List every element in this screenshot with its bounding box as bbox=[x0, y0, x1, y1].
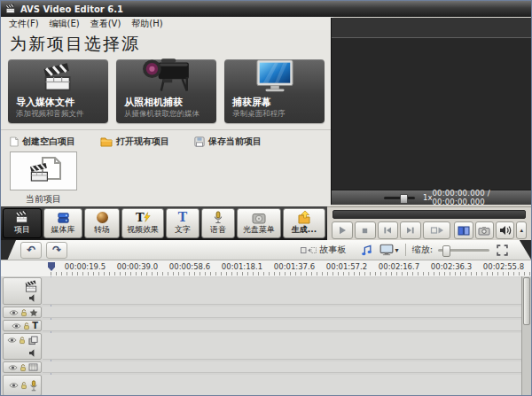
split-icon bbox=[458, 226, 470, 236]
menu-help[interactable]: 帮助(H) bbox=[126, 18, 168, 30]
title-bar[interactable]: AVS Video Editor 6.1 bbox=[1, 1, 531, 17]
source-subtitle: 录制桌面和程序 bbox=[232, 109, 286, 120]
time-display: 00:00:00.000 / 00:00:00.000 bbox=[432, 189, 527, 206]
current-project-label: 当前项目 bbox=[10, 193, 77, 206]
lane-text[interactable] bbox=[43, 320, 521, 331]
audio-mixer-button[interactable] bbox=[361, 245, 372, 256]
tab-text[interactable]: T 文字 bbox=[166, 208, 200, 238]
volume-button[interactable] bbox=[496, 221, 514, 239]
lane-voice[interactable] bbox=[43, 375, 521, 396]
previous-frame-button[interactable] bbox=[378, 221, 399, 239]
welcome-panel: 为新项目选择源 导入媒体文件 添加视频和音频文件 从照相机捕获 从摄像机获取您的… bbox=[1, 30, 331, 206]
ruler-timestamp: 00:01:57.2 bbox=[326, 262, 367, 271]
capture-from-camera-button[interactable]: 从照相机捕获 从摄像机获取您的媒体 bbox=[116, 59, 216, 123]
zoom-slider-thumb[interactable] bbox=[442, 245, 450, 257]
storyboard-icon bbox=[301, 246, 317, 254]
link-label: 创建空白项目 bbox=[22, 136, 75, 148]
tab-disc-menu[interactable]: 光盘菜单 bbox=[237, 208, 281, 238]
tab-voice[interactable]: 语音 bbox=[201, 208, 235, 238]
timeline-ruler[interactable]: 00:00:19.5 00:00:39.0 00:00:58.6 00:01:1… bbox=[1, 260, 531, 277]
microphone-track-icon bbox=[29, 380, 38, 392]
audio-track-icon bbox=[28, 294, 38, 302]
preview-screen bbox=[332, 38, 531, 190]
preview-monitor-button[interactable]: ▾ bbox=[379, 244, 399, 256]
open-project-link[interactable]: 打开现有项目 bbox=[100, 136, 169, 148]
stop-button[interactable] bbox=[355, 221, 376, 239]
import-media-button[interactable]: 导入媒体文件 添加视频和音频文件 bbox=[8, 59, 108, 123]
tab-video-effects[interactable]: T 视频效果 bbox=[121, 208, 164, 238]
lane-main-video[interactable] bbox=[43, 277, 521, 305]
audio-track-icon bbox=[28, 349, 38, 357]
track-header-text[interactable]: T bbox=[3, 320, 42, 331]
tab-label: 生成... bbox=[292, 224, 317, 236]
snapshot-button[interactable] bbox=[475, 221, 494, 239]
save-project-link[interactable]: 保存当前项目 bbox=[194, 136, 262, 148]
speed-slider[interactable] bbox=[384, 197, 415, 199]
speaker-icon bbox=[499, 225, 512, 236]
dropdown-arrow-icon: ▾ bbox=[395, 246, 399, 254]
eye-icon[interactable] bbox=[8, 364, 18, 371]
track-header-main-video[interactable] bbox=[3, 277, 42, 305]
tab-label: 光盘菜单 bbox=[243, 224, 275, 236]
timeline-zoom-slider[interactable] bbox=[438, 249, 489, 252]
ruler-timestamp: 00:01:18.1 bbox=[222, 262, 262, 271]
ruler-timestamp: 00:01:37.6 bbox=[274, 262, 315, 271]
track-header-video-effects[interactable] bbox=[3, 307, 42, 318]
redo-button[interactable]: ↷ bbox=[46, 242, 67, 259]
frame-advance-icon bbox=[430, 226, 444, 235]
transport-buttons: ▴ bbox=[332, 221, 527, 239]
new-project-link[interactable]: 创建空白项目 bbox=[10, 136, 75, 148]
effects-track-icon bbox=[29, 308, 38, 317]
next-frame-icon bbox=[406, 226, 415, 235]
volume-popup-button[interactable]: ▴ bbox=[516, 221, 527, 239]
app-icon bbox=[5, 4, 16, 14]
undo-button[interactable]: ↶ bbox=[20, 242, 42, 259]
disc-menu-icon bbox=[252, 211, 266, 224]
tab-produce[interactable]: 生成... bbox=[283, 208, 325, 238]
eye-icon[interactable] bbox=[9, 382, 19, 389]
capture-screen-button[interactable]: 捕获屏幕 录制桌面和程序 bbox=[224, 59, 325, 123]
lock-icon[interactable] bbox=[23, 322, 30, 330]
menu-view[interactable]: 查看(V) bbox=[85, 18, 127, 30]
current-project-item[interactable]: 当前项目 bbox=[10, 151, 77, 206]
tab-label: 文字 bbox=[175, 224, 191, 236]
lock-icon[interactable] bbox=[20, 363, 27, 372]
eye-icon[interactable] bbox=[12, 322, 21, 330]
menu-edit[interactable]: 编辑(E) bbox=[44, 18, 85, 30]
next-frame-button[interactable] bbox=[400, 221, 421, 239]
eye-icon[interactable] bbox=[9, 309, 19, 316]
playhead-marker[interactable] bbox=[48, 262, 55, 271]
lane-video-effects[interactable] bbox=[43, 307, 521, 318]
track-lanes bbox=[43, 277, 521, 396]
open-folder-icon bbox=[100, 136, 113, 147]
storyboard-toggle[interactable]: 故事板 bbox=[301, 244, 347, 256]
panel-corner-right bbox=[512, 240, 531, 260]
lock-icon[interactable] bbox=[20, 381, 27, 390]
lane-scroll-text[interactable] bbox=[43, 361, 521, 373]
menu-file[interactable]: 文件(F) bbox=[4, 18, 44, 30]
eye-icon[interactable] bbox=[7, 337, 17, 344]
split-button[interactable] bbox=[454, 221, 473, 239]
lock-icon[interactable] bbox=[19, 336, 26, 345]
speed-slider-thumb[interactable] bbox=[400, 194, 408, 204]
track-header-overlay[interactable] bbox=[3, 333, 42, 360]
lock-icon[interactable] bbox=[20, 308, 27, 317]
tab-project[interactable]: 项目 bbox=[3, 208, 42, 238]
produce-icon bbox=[297, 210, 311, 224]
vertical-scrollbar[interactable] bbox=[521, 276, 531, 395]
tab-transitions[interactable]: 转场 bbox=[84, 208, 120, 238]
app-window: AVS Video Editor 6.1 文件(F) 编辑(E) 查看(V) 帮… bbox=[0, 0, 532, 396]
tab-media-library[interactable]: 媒体库 bbox=[43, 208, 82, 238]
zoom-label: 缩放: bbox=[412, 244, 433, 256]
panel-corner-left bbox=[1, 240, 16, 260]
page-title: 为新项目选择源 bbox=[10, 33, 140, 56]
scrollbar-thumb[interactable] bbox=[523, 277, 530, 325]
fullscreen-preview-button[interactable] bbox=[423, 221, 450, 239]
track-header-voice[interactable] bbox=[3, 375, 42, 396]
track-header-scroll-text[interactable] bbox=[3, 361, 42, 373]
seek-bar[interactable] bbox=[332, 210, 526, 219]
lane-overlay[interactable] bbox=[43, 333, 521, 360]
play-button[interactable] bbox=[332, 221, 353, 239]
mixer-icon bbox=[361, 245, 372, 256]
fit-timeline-icon[interactable] bbox=[497, 245, 508, 256]
